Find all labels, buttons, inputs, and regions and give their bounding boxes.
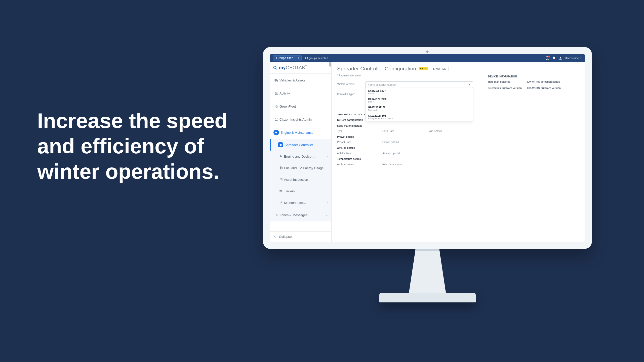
prewet-header: Prewet details: [337, 135, 473, 138]
dropdown-option[interactable]: G94521031176TrueNorth: [366, 105, 473, 113]
monitor-mockup: Groups filter ▼ All groups selected User…: [263, 47, 592, 319]
beta-badge: BETA: [419, 67, 428, 70]
device-info-row: Telematics firmware versionIOX-WRKS firm…: [488, 87, 579, 89]
brand-logo: myGEOTAB™: [279, 65, 307, 70]
caret-down-icon: ▼: [296, 57, 301, 59]
sidebar-item-label: Zones & Messages: [279, 213, 326, 217]
svg-rect-18: [276, 214, 277, 216]
caret-down-icon: ▼: [469, 84, 471, 86]
sidebar-item-engine-device[interactable]: Engine and Device… ›: [270, 151, 331, 162]
groups-filter-label: Groups filter: [273, 55, 296, 61]
page-title: Spreader Controller Configuration: [337, 66, 416, 72]
show-help-button[interactable]: Show Help: [431, 66, 449, 71]
sidebar-item-maintenance[interactable]: Maintenance… ›: [270, 197, 331, 208]
sidebar-item-label: Engine & Maintenance: [280, 131, 326, 134]
sidebar-item-activity[interactable]: Activity ⌄: [270, 87, 331, 100]
sidebar-item-engine[interactable]: Engine & Maintenance ⌃: [270, 126, 331, 139]
app-screen: Groups filter ▼ All groups selected User…: [270, 54, 585, 242]
svg-point-3: [273, 66, 276, 69]
svg-point-9: [275, 118, 276, 119]
all-groups-text: All groups selected: [305, 57, 328, 60]
solid-material-header: Solid material details: [337, 124, 473, 127]
select-vehicle-label: *Select Vehicle:: [337, 81, 365, 85]
chevron-down-icon: ⌄: [326, 92, 328, 95]
chart-icon: [273, 92, 279, 95]
vehicle-select[interactable]: Name or Serial Number ▼ CXIB212FB827Sim-…: [365, 81, 473, 88]
controller-type-label: Controller Type:: [337, 92, 365, 96]
user-name-label[interactable]: User Name: [565, 57, 579, 60]
svg-point-10: [277, 118, 278, 119]
sidebar-item-label: Citizen Insights Admin: [279, 118, 328, 121]
zones-icon: [273, 213, 279, 217]
trailer-icon: [278, 190, 284, 193]
svg-rect-12: [280, 166, 281, 169]
leaf-icon: [273, 105, 279, 108]
sidebar-item-label: Asset Inspection: [284, 178, 328, 182]
nav-list: Vehicles & Assets Activity ⌄: [270, 74, 331, 231]
sidebar-item-label: Vehicles & Assets: [279, 78, 328, 82]
device-info-row: Rate plan detectedIOX-WRKS detection sta…: [488, 80, 579, 83]
caret-down-icon: ▼: [580, 57, 582, 59]
chevron-up-icon: ⌃: [326, 131, 328, 134]
dropdown-option[interactable]: CX0A212FB926Sim-7: [366, 96, 473, 105]
chevron-down-icon: ⌄: [326, 214, 328, 216]
main-content: Spreader Controller Configuration BETA S…: [332, 62, 585, 242]
svg-point-7: [277, 81, 278, 82]
notification-dot-icon: [548, 56, 550, 58]
data-row: Anti-Ice RateAnti-Ice Spread: [337, 152, 473, 155]
user-icon[interactable]: [557, 56, 564, 60]
help-icon[interactable]: [544, 56, 551, 60]
scrollbar[interactable]: [329, 62, 331, 228]
sidebar-item-trailers[interactable]: Trailers: [270, 185, 331, 197]
sidebar-item-asset-inspection[interactable]: Asset Inspection: [270, 174, 331, 185]
collapse-label: Collapse: [279, 235, 292, 239]
svg-rect-15: [279, 190, 282, 191]
engine-icon: [278, 155, 284, 158]
sidebar-item-zones[interactable]: Zones & Messages ⌄: [270, 208, 331, 221]
sidebar-item-label: Spreader Controller: [285, 143, 328, 147]
fuel-icon: [278, 166, 284, 170]
svg-line-4: [276, 68, 277, 69]
brand-row: myGEOTAB™: [270, 62, 331, 74]
device-info-header: DEVICE INFORMATION: [488, 75, 579, 78]
temperature-header: Temperature details: [337, 158, 473, 160]
dropdown-option[interactable]: GX01291SF306Andriy-GO9 IOXWORKS: [366, 113, 473, 121]
controller-icon: [278, 142, 283, 147]
wrench-icon: [278, 201, 284, 204]
select-placeholder: Name or Serial Number: [368, 83, 397, 86]
sidebar-item-vehicles[interactable]: Vehicles & Assets: [270, 74, 331, 87]
groups-filter-button[interactable]: Groups filter ▼: [273, 55, 302, 61]
sidebar-item-spreader[interactable]: Spreader Controller: [270, 139, 331, 151]
data-row: Air TemperatureRoad Temperature: [337, 163, 473, 166]
sidebar: myGEOTAB™ Vehicles & Assets: [270, 62, 332, 242]
sidebar-item-fuel[interactable]: Fuel and EV Energy Usage: [270, 162, 331, 174]
marketing-headline: Increase the speed and efficiency of win…: [37, 108, 244, 184]
svg-rect-14: [280, 178, 281, 178]
chevron-left-icon: [273, 235, 279, 238]
vehicle-dropdown: CXIB212FB827Sim-8 CX0A212FB926Sim-7 G945…: [365, 88, 473, 121]
chevron-right-icon: ›: [327, 155, 328, 158]
engine-icon: [273, 130, 279, 135]
svg-point-17: [281, 192, 281, 192]
collapse-button[interactable]: Collapse: [270, 231, 331, 242]
svg-point-2: [560, 57, 561, 58]
chevron-right-icon: ›: [327, 201, 328, 204]
sidebar-item-label: Trailers: [284, 189, 328, 193]
truck-icon: [273, 79, 279, 82]
sidebar-item-citizen[interactable]: Citizen Insights Admin: [270, 113, 331, 126]
svg-rect-5: [275, 79, 277, 81]
sidebar-item-label: Maintenance…: [284, 201, 327, 205]
dropdown-option[interactable]: CXIB212FB827Sim-8: [366, 88, 473, 96]
antiice-header: Anti-ice details: [337, 147, 473, 149]
search-icon[interactable]: [273, 66, 279, 70]
camera-dot: [426, 51, 429, 53]
sidebar-item-greenfleet[interactable]: GreenFleet: [270, 100, 331, 113]
required-info-text: * Required information: [337, 74, 473, 77]
bell-icon[interactable]: [551, 56, 557, 60]
sidebar-item-label: Fuel and EV Energy Usage: [284, 166, 328, 170]
sidebar-item-label: Engine and Device…: [284, 155, 327, 158]
data-row: TypeSolid RateSolid Spread: [337, 130, 473, 132]
top-bar: Groups filter ▼ All groups selected User…: [270, 54, 585, 62]
svg-point-6: [275, 81, 276, 82]
people-icon: [273, 118, 279, 121]
